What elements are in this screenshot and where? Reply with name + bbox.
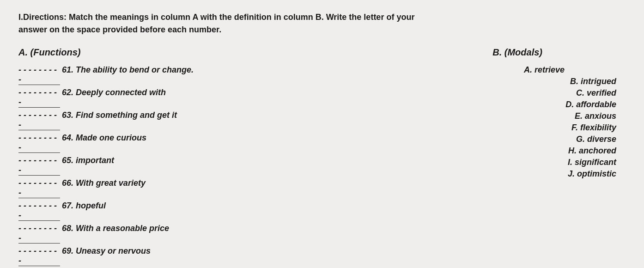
answer-blank-8: - - - - - - - - - <box>18 224 60 244</box>
question-item: - - - - - - - - - 63. Find something and… <box>18 110 342 130</box>
answer-option-A: A. retrieve <box>524 65 616 75</box>
answer-option-C: C. verified <box>524 88 616 98</box>
question-item: - - - - - - - - - 61. The ability to ben… <box>18 65 342 85</box>
question-item: - - - - - - - - - 64. Made one curious <box>18 133 342 153</box>
column-a: - - - - - - - - - 61. The ability to ben… <box>18 65 342 268</box>
question-item: - - - - - - - - - 65. important <box>18 156 342 176</box>
question-number-1: 61. The ability to bend or change. <box>62 65 194 75</box>
question-number-7: 67. hopeful <box>62 201 106 211</box>
column-b: A. retrieveB. intriguedC. verifiedD. aff… <box>524 65 616 268</box>
question-item: - - - - - - - - - 62. Deeply connected w… <box>18 88 342 108</box>
question-number-2: 62. Deeply connected with <box>62 88 166 97</box>
question-number-6: 66. With great variety <box>62 178 146 188</box>
answer-option-J: J. optimistic <box>524 169 616 179</box>
column-a-header: A. (Functions) <box>18 47 80 58</box>
answer-blank-4: - - - - - - - - - <box>18 133 60 153</box>
answer-option-I: I. significant <box>524 158 616 167</box>
question-number-8: 68. With a reasonable price <box>62 224 169 233</box>
answer-blank-9: - - - - - - - - - <box>18 246 60 266</box>
answer-blank-5: - - - - - - - - - <box>18 156 60 176</box>
question-item: - - - - - - - - - 69. Uneasy or nervous <box>18 246 342 266</box>
question-item: - - - - - - - - - 66. With great variety <box>18 178 342 198</box>
question-number-3: 63. Find something and get it <box>62 110 177 120</box>
answer-option-B: B. intrigued <box>524 77 616 86</box>
question-number-4: 64. Made one curious <box>62 133 146 143</box>
answer-option-F: F. flexibility <box>524 123 616 133</box>
question-number-5: 65. important <box>62 156 114 165</box>
answer-option-H: H. anchored <box>524 146 616 156</box>
answer-option-D: D. affordable <box>524 100 616 110</box>
answer-option-G: G. diverse <box>524 134 616 144</box>
answer-option-E: E. anxious <box>524 111 616 121</box>
question-number-9: 69. Uneasy or nervous <box>62 246 151 256</box>
question-item: - - - - - - - - - 67. hopeful <box>18 201 342 221</box>
directions-text: I.Directions: Match the meanings in colu… <box>18 11 434 36</box>
answer-blank-2: - - - - - - - - - <box>18 88 60 108</box>
answer-blank-6: - - - - - - - - - <box>18 178 60 198</box>
column-b-header: B. (Modals) <box>492 47 542 58</box>
answer-blank-7: - - - - - - - - - <box>18 201 60 221</box>
answer-blank-3: - - - - - - - - - <box>18 110 60 130</box>
question-item: - - - - - - - - - 68. With a reasonable … <box>18 224 342 244</box>
answer-blank-1: - - - - - - - - - <box>18 65 60 85</box>
